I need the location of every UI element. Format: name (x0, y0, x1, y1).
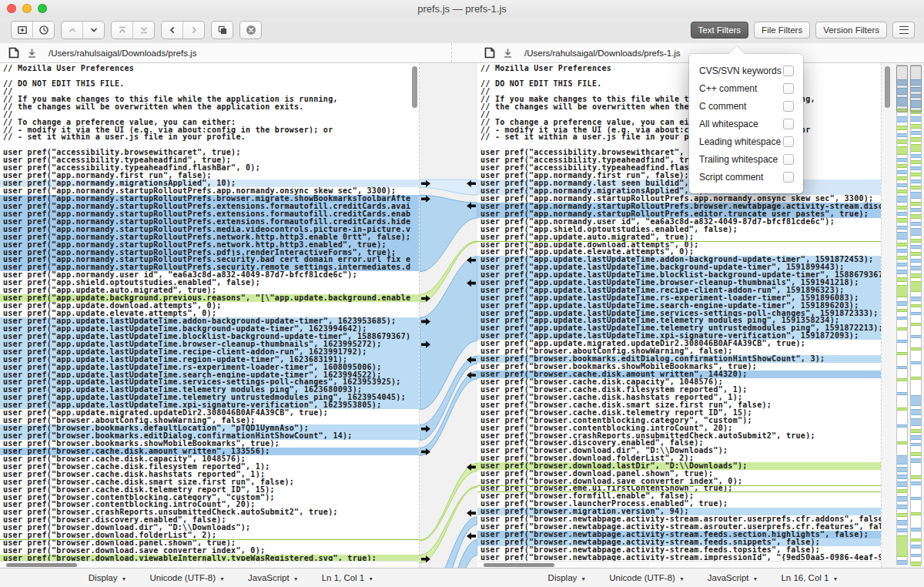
code-line[interactable]: user_pref("app.normandy.startupRolloutPr… (0, 187, 419, 195)
code-line[interactable]: user_pref("app.update.lastUpdateTime.xpi… (477, 332, 881, 340)
code-line[interactable]: user_pref("browser.contentblocking.categ… (0, 494, 419, 501)
code-line[interactable]: user_pref("app.normandy.startupRolloutPr… (0, 218, 419, 226)
code-line[interactable]: user_pref("app.update.lastUpdateTime.blo… (477, 271, 881, 279)
code-line[interactable]: // If you make changes to this file whil… (0, 96, 419, 103)
code-line[interactable]: user_pref("browser.download.lastDir", "D… (477, 462, 881, 470)
status-dropdown[interactable]: Ln 1, Col 1▼ (322, 573, 374, 582)
code-line[interactable]: // - set it within a user.js file in you… (477, 133, 881, 141)
filter-option-checkbox[interactable] (783, 65, 794, 76)
code-line[interactable]: user_pref("browser.bookmarks.editDialog.… (477, 355, 881, 363)
right-code-pane[interactable]: // Mozilla User Preferences // DO NOT ED… (477, 63, 882, 568)
code-line[interactable]: user_pref("browser.cache.disk.telemetry_… (477, 409, 881, 417)
code-line[interactable]: user_pref("browser.cache.disk.filesystem… (477, 386, 881, 394)
status-dropdown[interactable]: Display▼ (89, 573, 127, 582)
code-line[interactable]: user_pref("app.update.lastUpdateTime.sea… (0, 371, 419, 379)
code-line[interactable]: user_pref("app.normandy.first_run", fals… (0, 172, 419, 179)
code-line[interactable]: user_pref("browser.migration.version", 9… (477, 508, 881, 515)
status-dropdown[interactable]: JavaScript▼ (248, 573, 299, 582)
code-line[interactable]: user_pref("app.update.lastUpdateTime.bac… (477, 263, 881, 271)
add-comparison-button[interactable] (12, 22, 33, 39)
code-line[interactable]: user_pref("app.update.lastUpdateTime.rec… (0, 348, 419, 356)
code-line[interactable]: user_pref("app.update.migrated.updateDir… (0, 409, 419, 417)
download-icon[interactable] (27, 48, 37, 59)
code-line[interactable]: user_pref("app.normandy.startupRolloutPr… (477, 203, 881, 210)
previous-change-button[interactable] (62, 22, 83, 39)
code-line[interactable]: user_pref("browser.formfill.enable", fal… (477, 492, 881, 500)
code-line[interactable]: user_pref("app.update.lastUpdateTime.bro… (0, 340, 419, 348)
code-line[interactable]: user_pref("browser.cache.disk.amount_wri… (0, 448, 419, 455)
code-line[interactable]: user_pref("browser.contentblocking.intro… (0, 501, 419, 508)
minimap-left-file[interactable] (896, 65, 908, 565)
code-line[interactable]: user_pref("browser.newtabpage.activity-s… (477, 523, 881, 531)
code-line[interactable]: user_pref("browser.cache.disk.smart_size… (0, 478, 419, 486)
left-vertical-scrollbar[interactable] (412, 66, 417, 108)
code-line[interactable]: user_pref("app.update.lastUpdateTime.rs-… (0, 364, 419, 371)
code-line[interactable]: user_pref("app.update.lastUpdateTime.add… (0, 317, 419, 325)
right-hscrollbar-thumb[interactable] (484, 563, 554, 567)
code-line[interactable]: user_pref("accessibility.browsewithcaret… (477, 149, 881, 156)
code-line[interactable]: user_pref("browser.eme.ui.firstContentSh… (477, 485, 881, 492)
code-line[interactable]: user_pref("accessibility.typeaheadfind",… (0, 156, 419, 164)
merge-left-arrow-icon[interactable] (467, 510, 476, 517)
code-line[interactable]: user_pref("browser.download.dir", "D:\\D… (0, 524, 419, 532)
merge-left-arrow-icon[interactable] (467, 532, 476, 539)
code-line[interactable]: user_pref("browser.cache.disk.capacity",… (0, 455, 419, 463)
code-line[interactable]: user_pref("app.normandy.startupRolloutPr… (0, 210, 419, 218)
code-line[interactable]: // - set it within a user.js file in you… (0, 133, 419, 141)
code-line[interactable]: user_pref("browser.newtabpage.activity-s… (477, 538, 881, 546)
code-line[interactable]: user_pref("browser.download.save_convert… (477, 478, 881, 485)
code-line[interactable]: user_pref("accessibility.typeaheadfind.f… (477, 164, 881, 172)
file-icon[interactable] (8, 47, 20, 59)
code-line[interactable]: user_pref("app.normandy.startupRolloutPr… (477, 210, 881, 218)
code-line[interactable]: // To change a preference value, you can… (0, 119, 419, 126)
status-dropdown[interactable]: Ln 16, Col 1▼ (781, 573, 838, 582)
code-line[interactable]: user_pref("browser.discovery.enabled", f… (477, 439, 881, 447)
code-line[interactable]: user_pref("browser.newtabpage.activity-s… (477, 531, 881, 538)
code-line[interactable]: user_pref("app.update.background.previou… (0, 294, 419, 302)
code-line[interactable]: user_pref("browser.cache.disk.filesystem… (0, 463, 419, 471)
merge-copy-button[interactable] (212, 22, 233, 39)
code-line[interactable]: user_pref("browser.cache.disk.smart_size… (477, 401, 881, 409)
code-line[interactable]: user_pref("app.update.lastUpdateTime.sea… (477, 302, 881, 310)
minimap-viewport[interactable] (896, 65, 908, 112)
code-line[interactable]: // - modify it via the UI (e.g. via abou… (477, 126, 881, 134)
code-line[interactable]: user_pref("app.normandy.startupRolloutPr… (0, 263, 419, 271)
filter-option-checkbox[interactable] (783, 101, 794, 112)
code-line[interactable]: user_pref("browser.cache.disk.amount_wri… (477, 371, 881, 378)
status-dropdown[interactable]: Unicode (UTF-8)▼ (609, 573, 685, 582)
code-line[interactable]: user_pref("app.update.lastUpdateTime.bro… (477, 279, 881, 287)
code-line[interactable]: user_pref("app.update.lastUpdateTime.reg… (0, 356, 419, 364)
code-line[interactable]: user_pref("app.normandy.startupRolloutPr… (0, 233, 419, 241)
code-line[interactable]: user_pref("accessibility.browsewithcaret… (0, 149, 419, 156)
status-dropdown[interactable]: JavaScript▼ (708, 573, 758, 582)
menu-button[interactable] (892, 22, 915, 39)
code-line[interactable]: user_pref("app.update.lastUpdateTime.add… (477, 256, 881, 263)
code-line[interactable]: user_pref("app.normandy.startupRolloutPr… (0, 195, 419, 203)
code-line[interactable]: user_pref("browser.bookmarks.editDialog.… (0, 432, 419, 440)
code-line[interactable]: // To change a preference value, you can… (477, 119, 881, 126)
code-line[interactable]: user_pref("app.normandy.startupRolloutPr… (0, 241, 419, 249)
file-icon[interactable] (484, 47, 496, 59)
code-line[interactable]: user_pref("app.update.lastUpdateTime.tel… (477, 317, 881, 324)
code-line[interactable]: user_pref("app.normandy.startupRolloutPr… (0, 203, 419, 210)
code-line[interactable]: // Mozilla User Preferences (477, 65, 881, 72)
code-line[interactable]: user_pref("browser.newtabpage.activity-s… (477, 515, 881, 523)
code-line[interactable]: user_pref("browser.contentblocking.intro… (477, 424, 881, 432)
code-line[interactable]: user_pref("app.update.lastUpdateTime.ser… (0, 378, 419, 386)
code-line[interactable]: user_pref("app.normandy.startupRolloutPr… (0, 249, 419, 257)
code-line[interactable]: user_pref("browser.download.folderList",… (477, 455, 881, 462)
file-filters-button[interactable]: File Filters (754, 22, 810, 39)
code-line[interactable] (0, 72, 419, 80)
code-line[interactable]: // (477, 88, 881, 96)
code-line[interactable]: user_pref("browser.cache.disk.hashstats_… (0, 471, 419, 478)
code-line[interactable]: user_pref("browser.aboutConfig.showWarni… (477, 347, 881, 355)
right-hscrollbar-track[interactable] (477, 561, 881, 568)
history-button[interactable] (33, 22, 54, 39)
code-line[interactable]: user_pref("app.normandy.migrationsApplie… (0, 179, 419, 187)
code-line[interactable]: // - modify it via the UI (e.g. via abou… (0, 126, 419, 134)
minimap-viewport[interactable] (910, 65, 922, 112)
code-line[interactable]: user_pref("app.update.lastUpdateTime.rs-… (477, 294, 881, 302)
left-hscrollbar-thumb[interactable] (6, 563, 77, 567)
code-line[interactable]: user_pref("app.update.lastUpdateTime.tel… (477, 324, 881, 332)
code-line[interactable]: user_pref("browser.cache.disk.capacity",… (477, 378, 881, 386)
